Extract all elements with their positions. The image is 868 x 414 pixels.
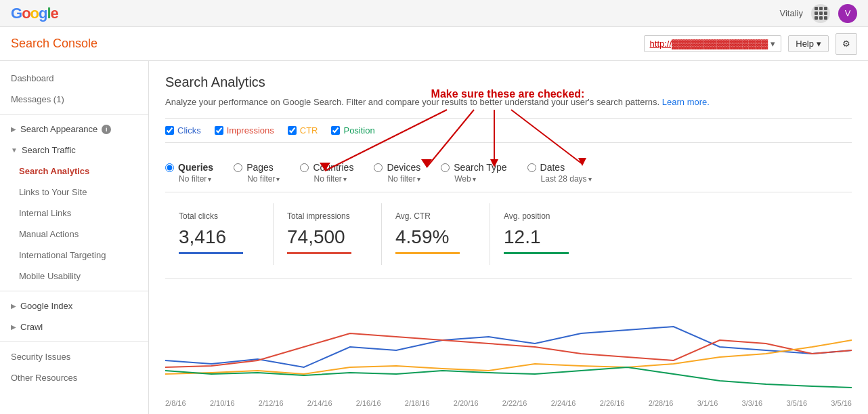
line-chart	[165, 286, 852, 394]
sidebar-item-international-targeting[interactable]: International Targeting	[0, 245, 148, 266]
chart-area: 2/8/16 2/10/16 2/12/16 2/14/16 2/16/16 2…	[165, 278, 852, 410]
countries-label[interactable]: Countries	[313, 162, 353, 173]
sidebar-item-google-index[interactable]: ▶ Google Index	[0, 295, 148, 316]
dropdown-arrow: ▾	[417, 175, 420, 183]
stat-bar	[504, 252, 569, 254]
divider3	[0, 341, 148, 342]
sidebar-item-manual-actions[interactable]: Manual Actions	[0, 224, 148, 245]
sidebar-item-search-appearance[interactable]: ▶ Search Appearance i	[0, 119, 148, 140]
expand-icon3: ▶	[11, 323, 16, 331]
dates-label[interactable]: Dates	[540, 162, 565, 173]
collapse-icon: ▼	[11, 146, 18, 154]
stat-total-clicks: Total clicks 3,416	[165, 203, 274, 265]
radio-search-type: Search Type Web ▾	[441, 162, 506, 184]
radio-queries: Queries No filter ▾	[165, 162, 213, 184]
xaxis-labels: 2/8/16 2/10/16 2/12/16 2/14/16 2/16/16 2…	[165, 396, 852, 410]
search-type-radio[interactable]	[441, 163, 450, 172]
header-right: http://▓▓▓▓▓▓▓▓▓▓▓▓▓▓▓ ▾ Help ▾ ⚙	[644, 33, 857, 55]
pages-filter[interactable]: No filter ▾	[247, 174, 280, 184]
sidebar-item-dashboard[interactable]: Dashboard	[0, 68, 148, 89]
dropdown-arrow: ▾	[343, 175, 347, 183]
countries-radio[interactable]	[300, 163, 309, 172]
page-title: Search Analytics	[165, 75, 852, 90]
sidebar-item-crawl[interactable]: ▶ Crawl	[0, 316, 148, 337]
layout: Dashboard Messages (1) ▶ Search Appearan…	[0, 61, 868, 414]
radio-dates: Dates Last 28 days ▾	[527, 162, 592, 184]
ctr-checkbox[interactable]	[288, 126, 297, 135]
page-description: Analyze your performance on Google Searc…	[165, 97, 852, 107]
site-url: http://▓▓▓▓▓▓▓▓▓▓▓▓▓▓▓	[650, 39, 768, 49]
search-type-filter[interactable]: Web ▾	[454, 174, 506, 184]
search-type-label[interactable]: Search Type	[454, 162, 506, 173]
account-icon[interactable]: V	[838, 4, 857, 23]
radio-countries: Countries No filter ▾	[300, 162, 353, 184]
topbar: Google Vitaliy V	[0, 0, 868, 27]
sidebar-item-search-analytics[interactable]: Search Analytics	[0, 161, 148, 182]
dropdown-arrow-icon: ▾	[771, 39, 775, 49]
settings-button[interactable]: ⚙	[836, 33, 857, 55]
stat-value: 74,500	[287, 226, 368, 248]
sidebar-item-search-traffic[interactable]: ▼ Search Traffic	[0, 140, 148, 161]
devices-radio[interactable]	[374, 163, 383, 172]
help-dropdown-icon: ▾	[817, 39, 821, 49]
dropdown-arrow: ▾	[276, 175, 280, 183]
google-logo: Google	[11, 5, 58, 22]
dropdown-arrow: ▾	[208, 175, 211, 183]
queries-filter[interactable]: No filter ▾	[179, 174, 213, 184]
main-content: Make sure these are checked: Search Anal…	[149, 61, 868, 414]
impressions-checkbox-label[interactable]: Impressions	[215, 125, 274, 136]
stat-bar	[395, 252, 460, 254]
topbar-right: Vitaliy V	[780, 4, 857, 23]
stat-bar	[287, 252, 351, 254]
site-selector[interactable]: http://▓▓▓▓▓▓▓▓▓▓▓▓▓▓▓ ▾	[644, 35, 782, 52]
sidebar-item-other-resources[interactable]: Other Resources	[0, 367, 148, 388]
pages-radio[interactable]	[234, 163, 242, 172]
sidebar-item-messages[interactable]: Messages (1)	[0, 89, 148, 110]
stat-avg-position: Avg. position 12.1	[490, 203, 599, 265]
stat-value: 4.59%	[395, 226, 476, 248]
devices-label[interactable]: Devices	[387, 162, 420, 173]
username: Vitaliy	[780, 8, 803, 18]
sidebar-item-internal-links[interactable]: Internal Links	[0, 203, 148, 224]
countries-filter[interactable]: No filter ▾	[313, 174, 353, 184]
dates-filter[interactable]: Last 28 days ▾	[541, 174, 592, 184]
learn-more-link[interactable]: Learn more.	[662, 97, 710, 107]
divider2	[0, 291, 148, 291]
divider	[0, 114, 148, 115]
stat-label: Avg. position	[504, 211, 585, 221]
pages-label[interactable]: Pages	[246, 162, 274, 173]
ctr-checkbox-label[interactable]: CTR	[288, 125, 318, 136]
devices-filter[interactable]: No filter ▾	[387, 174, 420, 184]
filter-row: Clicks Impressions CTR Position	[165, 118, 852, 143]
help-button[interactable]: Help ▾	[788, 35, 829, 52]
stat-label: Total clicks	[179, 211, 259, 221]
sidebar-item-security-issues[interactable]: Security Issues	[0, 346, 148, 367]
stat-label: Avg. CTR	[395, 211, 476, 221]
queries-radio[interactable]	[165, 163, 174, 172]
radio-row: Queries No filter ▾ Pages No filter ▾	[165, 154, 852, 192]
sidebar-item-links-to-site[interactable]: Links to Your Site	[0, 182, 148, 203]
grid-apps-icon[interactable]	[811, 4, 830, 23]
clicks-checkbox[interactable]	[165, 126, 174, 135]
gear-icon: ⚙	[842, 39, 850, 49]
clicks-checkbox-label[interactable]: Clicks	[165, 125, 201, 136]
expand-icon2: ▶	[11, 302, 16, 310]
radio-pages: Pages No filter ▾	[234, 162, 280, 184]
radio-devices: Devices No filter ▾	[374, 162, 420, 184]
stat-value: 12.1	[504, 226, 585, 248]
stat-bar	[179, 252, 243, 254]
stat-value: 3,416	[179, 226, 259, 248]
stats-row: Total clicks 3,416 Total impressions 74,…	[165, 203, 852, 265]
queries-label[interactable]: Queries	[178, 162, 213, 173]
expand-icon: ▶	[11, 125, 16, 133]
header: Search Console http://▓▓▓▓▓▓▓▓▓▓▓▓▓▓▓ ▾ …	[0, 27, 868, 61]
dates-radio[interactable]	[527, 163, 536, 172]
sidebar-item-mobile-usability[interactable]: Mobile Usability	[0, 266, 148, 287]
info-icon: i	[102, 125, 111, 134]
app-title: Search Console	[11, 37, 97, 51]
dropdown-arrow: ▾	[473, 175, 476, 183]
position-checkbox[interactable]	[331, 126, 340, 135]
position-checkbox-label[interactable]: Position	[331, 125, 374, 136]
impressions-checkbox[interactable]	[215, 126, 223, 135]
stat-label: Total impressions	[287, 211, 368, 221]
